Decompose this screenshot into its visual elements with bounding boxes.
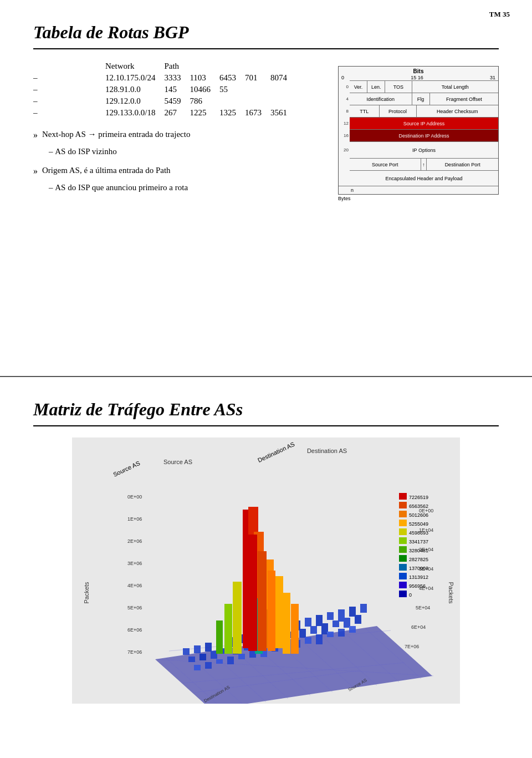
row-label-16: 16 [339,129,350,141]
svg-text:6E+04: 6E+04 [411,624,426,630]
svg-text:Packets: Packets [448,582,454,604]
slide-bottom: TM 36 Matriz de Tráfego Entre ASs Destin… [0,377,532,758]
svg-rect-85 [338,629,345,637]
ip-diagram-inner: Bits 0 15 16 31 0 Ver. Len. TOS Total Le… [338,66,499,195]
chart-wrapper: Destination AS Source AS [72,437,460,704]
table-row: – 129.12.0.0 5459 786 [33,95,296,107]
cell-dest-ip: Destination IP Address [350,129,498,141]
cell-ip-options: IP Options [350,141,498,158]
cell-len: Len. [367,81,385,93]
ip-diag-row-ports: Source Port ↑ Destination Port [350,158,498,170]
ip-diag-row-4: Identification Flg Fragment Offset [350,93,498,105]
svg-rect-128 [399,591,407,597]
svg-rect-73 [205,662,212,669]
svg-rect-83 [316,634,323,644]
svg-rect-95 [291,604,299,654]
svg-text:Source AS: Source AS [163,459,192,465]
svg-text:0E+00: 0E+00 [127,494,142,500]
svg-text:5E+04: 5E+04 [416,605,430,611]
svg-text:0: 0 [409,592,412,598]
col-network: Network [105,60,164,72]
bullet-sub-1: – AS do ISP vizinho [49,145,327,159]
ip-diag-title: Bits [339,67,498,75]
col-path: Path [164,60,190,72]
svg-text:5012606: 5012606 [409,512,428,518]
svg-rect-57 [200,654,206,660]
cell-dest-port: Destination Port [427,159,498,170]
svg-text:7E+06: 7E+06 [405,644,419,649]
ip-diag-body-payload: Encapsulated Header and Payload [350,170,498,186]
cell-identification: Identification [350,93,412,105]
ip-row-16: 16 Destination IP Address [339,129,498,141]
svg-rect-110 [399,511,407,517]
ip-row-0: 0 Ver. Len. TOS Total Length [339,80,498,93]
ip-row-ports: Source Port ↑ Destination Port [339,158,498,170]
cell-fragment-offset: Fragment Offset [430,93,498,105]
bullet-text-2: Origem AS, é a última entrada do Path [42,164,171,178]
svg-rect-52 [327,612,334,620]
row-label-0: 0 [339,80,350,93]
text-content: Network Path – 12.10.175.0/24 3333 1103 … [33,60,327,196]
bullet-origem: » Origem AS, é a última entrada do Path [33,164,327,179]
svg-rect-71 [355,615,361,624]
bullet-section: » Next-hop AS → primeira entrada do traj… [33,128,327,195]
ip-header-diagram: Bits 0 15 16 31 0 Ver. Len. TOS Total Le… [338,66,499,201]
row-label-4: 4 [339,93,350,105]
ip-row-payload: Encapsulated Header and Payload [339,170,498,186]
svg-rect-116 [399,537,407,544]
svg-rect-108 [399,502,407,508]
ip-row-20: 20 IP Options [339,141,498,158]
ip-row-8: 8 TTL Protocol Header Checksum [339,105,498,117]
svg-rect-39 [183,648,190,655]
svg-rect-72 [194,665,201,670]
svg-rect-124 [399,573,407,579]
row-label-8: 8 [339,105,350,117]
svg-rect-84 [327,632,334,637]
svg-rect-74 [216,659,223,664]
svg-text:3E+06: 3E+06 [127,561,142,566]
svg-rect-101 [268,571,275,651]
cell-source-port: Source Port [350,159,421,170]
svg-text:4598693: 4598693 [409,530,428,536]
cell-total-length: Total Length [412,81,498,93]
row-label-12: 12 [339,117,350,129]
svg-rect-50 [305,618,311,627]
bit-0: 0 [341,75,344,80]
svg-rect-56 [188,657,195,662]
svg-text:956956: 956956 [409,583,426,589]
svg-rect-94 [283,593,290,654]
bullet-symbol-1: » [33,128,38,143]
sub-text-1: AS do ISP vizinho [55,145,117,159]
svg-text:7226519: 7226519 [409,495,428,500]
svg-text:6563562: 6563562 [409,503,428,509]
svg-rect-75 [227,657,234,664]
title-divider-bottom [33,425,499,426]
ip-diag-body-ports: Source Port ↑ Destination Port [350,158,498,170]
svg-rect-82 [305,637,311,644]
svg-rect-93 [224,604,232,654]
ip-diag-body-16: Destination IP Address [350,129,498,141]
bit-15-16: 15 16 [411,75,423,80]
svg-text:1370003: 1370003 [409,566,428,571]
ip-diag-body-12: Source IP Address [350,117,498,129]
cell-flg: Flg [412,93,430,105]
table-row: – 128.91.0.0 145 10466 55 [33,84,296,95]
bit-31: 31 [490,75,495,80]
svg-rect-112 [399,520,407,526]
table-row: – 12.10.175.0/24 3333 1103 6453 701 8074 [33,72,296,84]
svg-text:5255049: 5255049 [409,521,428,527]
ip-diag-bottom-n: n [339,186,498,194]
svg-rect-92 [233,582,242,654]
cell-payload: Encapsulated Header and Payload [350,170,498,186]
svg-rect-114 [399,528,407,535]
svg-text:2E+06: 2E+06 [127,538,142,544]
slide-top: TM 35 Tabela de Rotas BGP Network Path –… [0,0,532,377]
svg-rect-99 [258,551,267,651]
svg-rect-55 [360,604,367,613]
svg-text:1313912: 1313912 [409,574,428,580]
row-label-payload [339,170,350,186]
svg-text:2827825: 2827825 [409,557,428,562]
content-area-top: Network Path – 12.10.175.0/24 3333 1103 … [33,60,499,201]
page-number-top: TM 35 [489,10,510,19]
bullet-sub-2: – AS do ISP que anunciou primeiro a rota [49,181,327,195]
